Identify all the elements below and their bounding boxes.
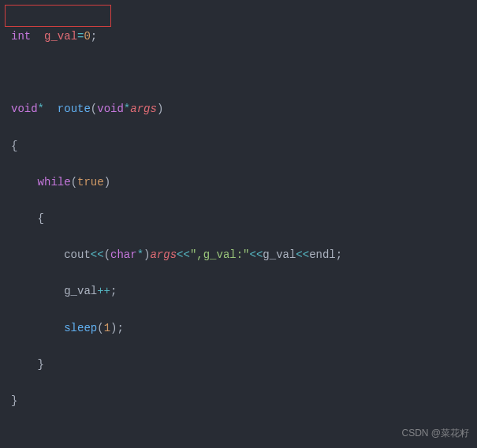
code-line: { <box>11 210 477 228</box>
code-line: g_val++; <box>11 282 477 301</box>
watermark: CSDN @菜花籽 <box>401 426 469 442</box>
code-block: int g_val=0; void* route(void*args) { wh… <box>0 0 477 448</box>
code-line: while(true) <box>11 174 477 192</box>
code-line: } <box>11 392 477 410</box>
code-line: { <box>11 137 477 155</box>
code-line <box>11 64 477 82</box>
code-line: sleep(1); <box>11 319 477 338</box>
code-line: int g_val=0; <box>11 28 477 46</box>
code-line: cout<<(char*)args<<",g_val:"<<g_val<<end… <box>11 246 477 264</box>
code-line: } <box>11 356 477 374</box>
code-line: void* route(void*args) <box>11 100 477 118</box>
